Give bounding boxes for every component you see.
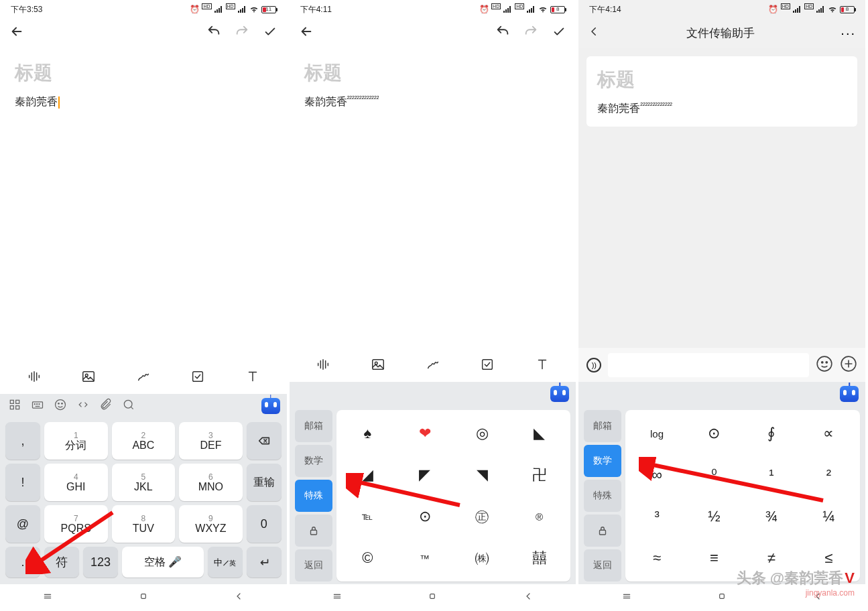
emoji-icon[interactable] [54,398,67,414]
sym-dot-circle[interactable]: ⊙ [396,496,453,537]
key-enter[interactable] [247,547,282,578]
sym-integral[interactable]: ∮ [743,413,800,454]
keyboard-icon[interactable] [31,398,44,414]
checkbox-icon[interactable] [480,357,495,375]
sym-sup1[interactable]: ¹ [743,454,800,496]
sym-double-circle[interactable]: ◎ [454,413,511,454]
sym-swastika[interactable]: 卍 [511,454,568,496]
cat-lock[interactable] [584,515,621,547]
key-7[interactable]: 7PQRS [44,505,108,543]
key-at[interactable]: @ [5,505,40,543]
home-button[interactable] [138,591,149,604]
voice-icon[interactable] [27,369,42,387]
key-numbers[interactable]: 123 [83,547,118,578]
key-excl[interactable]: ! [5,464,40,501]
editor-content[interactable]: 秦韵莞香 [15,95,272,109]
key-space[interactable]: 空格 🎤 [122,547,204,578]
sym-circ-dot[interactable]: ⊙ [686,413,743,454]
editor-area[interactable]: 标题 秦韵莞香 [0,48,287,362]
back-button[interactable] [299,24,314,42]
voice-button[interactable]: )) [586,358,601,372]
sym-propto[interactable]: ∝ [800,413,857,454]
cat-math[interactable]: 数学 [295,445,332,477]
key-1[interactable]: 1分词 [44,422,108,460]
cat-back[interactable]: 返回 [584,549,621,582]
undo-button[interactable] [206,24,221,42]
text-icon[interactable] [535,357,550,375]
sym-half[interactable]: ½ [686,496,743,537]
key-comma[interactable]: , [5,422,40,460]
sym-sup2[interactable]: ² [800,454,857,496]
sym-triangle-tl[interactable]: ◤ [396,454,453,496]
key-2[interactable]: 2ABC [112,422,176,460]
ai-assistant-icon[interactable] [550,386,569,402]
search-icon[interactable] [122,398,135,414]
sym-tm[interactable]: ™ [396,537,453,579]
code-icon[interactable] [76,398,90,414]
sym-quarter[interactable]: ¼ [800,496,857,537]
redo-button[interactable] [523,24,538,42]
cat-lock[interactable] [295,515,332,547]
sym-sup0[interactable]: ⁰ [686,454,743,496]
ai-assistant-icon[interactable] [840,386,859,402]
image-icon[interactable] [81,369,96,387]
sym-infinity[interactable]: ∞ [628,454,685,496]
confirm-button[interactable] [263,24,277,42]
checkbox-icon[interactable] [190,369,205,387]
key-language[interactable]: 中英 [208,547,243,578]
key-9[interactable]: 9WXYZ [179,505,243,543]
handwrite-icon[interactable] [136,369,151,387]
back-button[interactable] [523,591,534,604]
image-icon[interactable] [371,357,385,375]
recents-button[interactable] [42,591,53,604]
cat-email[interactable]: 邮箱 [584,410,621,442]
sym-tel[interactable]: ℡ [339,496,396,537]
key-symbols[interactable]: 符 [44,547,79,578]
sym-approx[interactable]: ≈ [628,537,685,579]
sym-sup3[interactable]: ³ [628,496,685,537]
text-icon[interactable] [245,369,260,387]
key-3[interactable]: 3DEF [179,422,243,460]
cat-special[interactable]: 特殊 [295,480,332,512]
title-placeholder[interactable]: 标题 [304,60,562,86]
message-input[interactable] [608,353,809,377]
sym-triangle-bl[interactable]: ◣ [511,413,568,454]
recents-button[interactable] [621,591,632,604]
key-backspace[interactable] [247,422,282,460]
sym-log[interactable]: log [628,413,685,454]
key-0[interactable]: 0 [247,505,282,543]
key-4[interactable]: 4GHI [44,464,108,501]
key-6[interactable]: 6MNO [179,464,243,501]
handwrite-icon[interactable] [426,357,440,375]
cat-special[interactable]: 特殊 [584,480,621,512]
cat-back[interactable]: 返回 [295,549,332,582]
sym-copyright[interactable]: © [339,537,396,579]
sym-xi[interactable]: 囍 [511,537,568,579]
home-button[interactable] [717,591,727,604]
editor-content[interactable]: 秦韵莞香²²²²²²²²²²²²² [304,95,562,109]
voice-icon[interactable] [316,357,330,375]
redo-button[interactable] [235,24,249,42]
sym-registered[interactable]: ® [511,496,568,537]
editor-area[interactable]: 标题 秦韵莞香²²²²²²²²²²²²² [290,48,576,350]
sym-3quarter[interactable]: ¾ [743,496,800,537]
ai-assistant-icon[interactable] [261,398,280,414]
undo-button[interactable] [495,24,510,42]
add-button[interactable] [840,355,857,375]
title-placeholder[interactable]: 标题 [15,60,272,86]
key-8[interactable]: 8TUV [112,505,176,543]
chat-area[interactable]: 标题 秦韵莞香²²²²²²²²²²²²² [578,48,865,347]
cat-math[interactable]: 数学 [584,445,621,477]
more-button[interactable]: ··· [841,25,856,41]
emoji-button[interactable] [816,355,833,375]
sym-spade[interactable]: ♠ [339,413,396,454]
key-5[interactable]: 5JKL [112,464,176,501]
recents-button[interactable] [332,591,343,604]
back-button[interactable] [233,591,244,604]
sym-kabu[interactable]: ㈱ [454,537,511,579]
cat-email[interactable]: 邮箱 [295,410,332,442]
attach-icon[interactable] [99,398,113,414]
key-retype[interactable]: 重输 [247,464,282,501]
sym-heart[interactable]: ❤ [396,413,453,454]
back-button[interactable] [9,24,24,42]
